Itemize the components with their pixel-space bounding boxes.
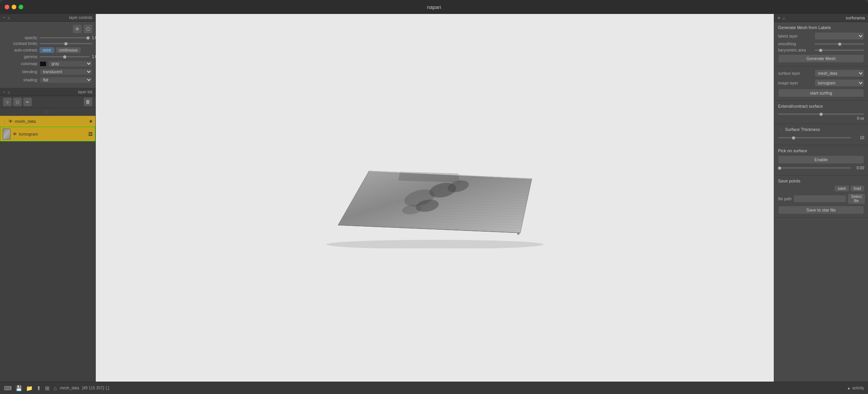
save-points-button[interactable]: save [835,186,849,191]
shading-select[interactable]: flat [40,77,92,83]
extend-contract-slider[interactable] [778,114,864,115]
search-icon[interactable]: ⌕ [8,15,10,20]
layer-list-minus-icon[interactable]: − [3,90,5,94]
layer-controls-body: ✛ ⬡ opacity: 1.00 contrast limits: auto-… [0,22,95,88]
smoothing-label: smoothing [778,42,813,46]
enable-button[interactable]: Enable [778,155,864,164]
folder-bottom-icon[interactable]: 📁 [26,385,33,391]
generate-mesh-button[interactable]: Generate Mesh [778,54,864,63]
shading-label: shading: [3,78,38,82]
smoothing-value: 1000 [866,42,868,46]
rp-close-icon[interactable]: ✕ [777,16,780,20]
layer-list-tools: ⊹ ⬠ ✏ 🗑 [0,96,95,108]
barycentric-slider-container [815,50,865,51]
surface-thickness-slider[interactable] [778,137,851,138]
surface-thickness-value: 10 [852,136,864,140]
surface-layer-select[interactable]: mesh_data [815,69,864,77]
minus-icon[interactable]: − [3,15,5,20]
extend-contract-label: Extend/contract surface [778,104,864,108]
select-tool-btn[interactable]: ⊹ [3,98,12,106]
blending-label: blending: [3,70,38,74]
grid-bottom-icon[interactable]: ⊞ [45,385,50,391]
auto-contrast-label: auto-contrast: [3,48,38,52]
layer-drag-handle: ⋮ [2,119,6,124]
file-path-input[interactable] [793,195,846,203]
labels-layer-select[interactable] [815,32,864,40]
gamma-label: gamma: [3,55,38,59]
layer-list-search-icon[interactable]: ⌕ [8,90,10,94]
fullscreen-button[interactable] [19,5,23,9]
blending-select[interactable]: translucent [40,69,92,75]
file-path-row: file path Select file [778,194,864,204]
activity-label: activity [852,386,864,390]
layer-image-icon: 🖼 [88,132,93,136]
load-points-button[interactable]: load [851,186,864,191]
right-panel-header: ✕ ⌕ surforama [774,14,868,22]
status-layer-name: mesh_data [60,386,79,390]
close-button[interactable] [5,5,9,9]
paint-icon-btn[interactable]: ⬡ [84,25,92,33]
main-window: napari − ⌕ layer controls ✛ ⬡ opac [0,0,868,394]
opacity-label: opacity: [3,36,38,40]
layer-controls-label: layer controls [69,15,92,20]
thickness-slider-row: 10 [778,136,864,140]
contrast-limits-slider[interactable] [40,43,92,44]
viewport-canvas [96,14,774,382]
opacity-slider[interactable] [40,37,90,38]
layer-list-section: − ⌕ layer list ⊹ ⬠ ✏ 🗑 ⋯ ⋮ [0,88,95,382]
image-layer-select[interactable]: tomogram [815,79,864,87]
barycentric-label: barycentric area [778,48,813,52]
image-layer-row: image layer tomogram [778,79,864,87]
blending-row: blending: translucent [3,69,92,75]
smoothing-slider-container [815,43,865,45]
layer-selection-section: surface layer mesh_data image layer tomo… [774,66,868,101]
shading-row: shading: flat [3,77,92,83]
gamma-slider[interactable] [40,56,90,57]
extend-contract-section: Extend/contract surface 0 vx [774,101,868,124]
layer-visibility-mesh[interactable]: 👁 [8,119,13,124]
smoothing-row: smoothing 1000 [778,42,864,46]
traffic-lights [5,5,23,9]
save-bottom-icon[interactable]: 💾 [16,385,22,391]
save-load-btns: save load [778,186,864,191]
terminal-icon[interactable]: ⌨ [4,385,12,391]
surface-thickness-header: ⋮ Surface Thickness [778,127,864,134]
viewport[interactable] [96,14,774,382]
paint-tool-btn[interactable]: ✏ [23,98,32,106]
pick-on-surface-section: Pick on surface Enable 0.00 [774,145,868,175]
pick-slider[interactable] [778,167,851,169]
opacity-row: opacity: 1.00 [3,36,92,40]
right-panel: ✕ ⌕ surforama Generate Mesh from Labels … [774,14,868,382]
surface-thickness-section: ⋮ Surface Thickness 10 [774,124,868,145]
layer-item-tomogram[interactable]: 👁 tomogram 🖼 [0,127,95,141]
contrast-limits-row: contrast limits: [3,41,92,46]
polygon-tool-btn[interactable]: ⬠ [13,98,22,106]
save-points-label: Save points [778,179,864,183]
layer-list-label: layer list [78,90,92,94]
move-icon-btn[interactable]: ✛ [73,25,81,33]
layer-controls-header: − ⌕ layer controls [0,14,95,22]
extend-value: 0 vx [852,116,864,120]
once-button[interactable]: once [40,47,54,53]
continuous-button[interactable]: continuous [56,47,81,53]
barycentric-row: barycentric area 1 [778,48,864,52]
start-surfing-button[interactable]: start surfing [778,89,864,97]
barycentric-slider[interactable] [815,50,865,51]
layer-item-mesh-data[interactable]: ⋮ 👁 mesh_data ★ [0,116,95,127]
contrast-limits-label: contrast limits: [3,41,38,46]
generate-mesh-section: Generate Mesh from Labels labels layer s… [774,22,868,66]
colormap-select[interactable]: gray [48,60,92,67]
minimize-button[interactable] [12,5,16,9]
rp-search-icon[interactable]: ⌕ [783,16,785,20]
delete-layer-btn[interactable]: 🗑 [84,98,92,106]
select-file-button[interactable]: Select file [848,194,865,204]
home-bottom-icon[interactable]: ⌂ [53,385,57,391]
smoothing-slider[interactable] [815,43,865,45]
layer-visibility-tomo[interactable]: 👁 [12,131,17,137]
surface-thickness-label: Surface Thickness [785,127,820,132]
status-coords: [49 115 357]: [,] [82,386,109,390]
upload-bottom-icon[interactable]: ⬆ [36,385,41,391]
left-panel: − ⌕ layer controls ✛ ⬡ opacity: 1.00 [0,14,96,382]
surface-layer-row: surface layer mesh_data [778,69,864,77]
save-to-star-button[interactable]: Save to star file [778,206,864,214]
